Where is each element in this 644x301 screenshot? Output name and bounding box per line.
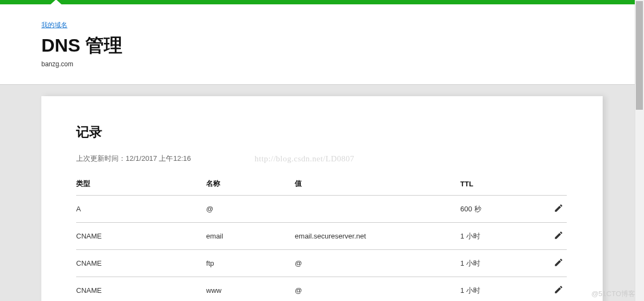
col-header-type: 类型: [76, 173, 206, 196]
breadcrumb-link[interactable]: 我的域名: [41, 21, 67, 29]
table-row: CNAME www @ 1 小时: [76, 277, 567, 302]
top-green-bar: [0, 0, 644, 4]
col-header-name: 名称: [206, 173, 295, 196]
cell-value: email.secureserver.net: [295, 223, 460, 250]
records-tbody: A @ 600 秒 CNAME email email.secureserver…: [76, 196, 567, 302]
cell-type: CNAME: [76, 277, 206, 302]
scrollbar-track[interactable]: [635, 0, 644, 301]
table-row: CNAME email email.secureserver.net 1 小时: [76, 223, 567, 250]
header-section: 我的域名 DNS 管理 banzg.com: [0, 4, 644, 84]
tab-notch: [51, 0, 61, 4]
last-updated-label: 上次更新时间：: [76, 154, 126, 162]
cell-type: CNAME: [76, 223, 206, 250]
cell-ttl: 1 小时: [460, 277, 543, 302]
cell-name: www: [206, 277, 295, 302]
cell-ttl: 1 小时: [460, 223, 543, 250]
pencil-icon[interactable]: [554, 285, 564, 294]
cell-value: @: [295, 277, 460, 302]
scrollbar-thumb[interactable]: [636, 1, 643, 110]
cell-type: CNAME: [76, 250, 206, 277]
records-heading: 记录: [76, 123, 567, 141]
records-card: 记录 上次更新时间：12/1/2017 上午12:16 类型 名称 值 TTL …: [41, 96, 603, 301]
cell-name: ftp: [206, 250, 295, 277]
cell-name: @: [206, 196, 295, 223]
last-updated: 上次更新时间：12/1/2017 上午12:16: [76, 154, 567, 164]
records-table: 类型 名称 值 TTL A @ 600 秒 CNAME email email.…: [76, 173, 567, 301]
col-header-value: 值: [295, 173, 460, 196]
domain-subtitle: banzg.com: [41, 60, 603, 68]
table-row: A @ 600 秒: [76, 196, 567, 223]
col-header-edit: [543, 173, 567, 196]
cell-ttl: 600 秒: [460, 196, 543, 223]
cell-ttl: 1 小时: [460, 250, 543, 277]
table-row: CNAME ftp @ 1 小时: [76, 250, 567, 277]
section-divider: [0, 84, 644, 96]
pencil-icon[interactable]: [554, 258, 564, 267]
cell-value: @: [295, 250, 460, 277]
last-updated-value: 12/1/2017 上午12:16: [126, 154, 191, 162]
page-title: DNS 管理: [41, 33, 603, 58]
pencil-icon[interactable]: [554, 203, 564, 213]
table-header-row: 类型 名称 值 TTL: [76, 173, 567, 196]
pencil-icon[interactable]: [554, 230, 564, 240]
cell-value: [295, 196, 460, 223]
cell-name: email: [206, 223, 295, 250]
col-header-ttl: TTL: [460, 173, 543, 196]
cell-type: A: [76, 196, 206, 223]
